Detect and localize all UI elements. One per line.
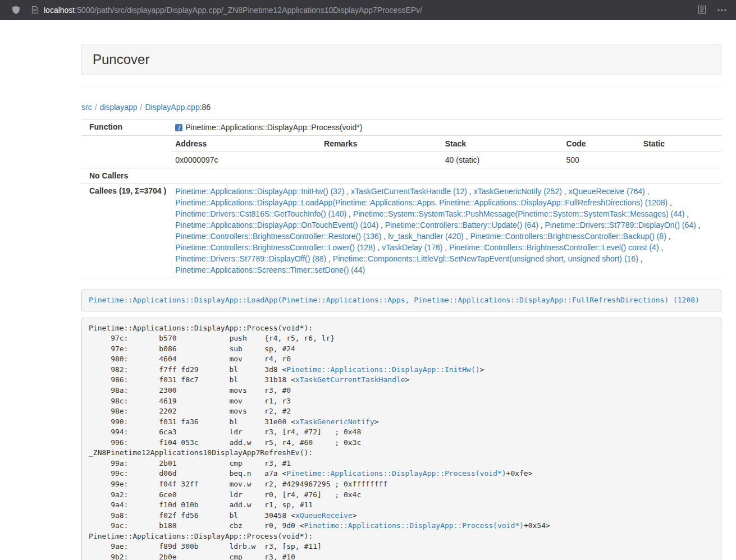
overflow-menu-icon[interactable]: [717, 6, 727, 15]
url-host: localhost: [44, 6, 75, 15]
breadcrumb-separator: /: [95, 103, 97, 112]
breadcrumb-link-file[interactable]: DisplayApp.cpp: [145, 103, 199, 112]
callee-link[interactable]: xTaskGenericNotify (252): [474, 187, 562, 196]
address-value: 0x0000097c: [171, 152, 319, 168]
disassembly-code: Pinetime::Applications::DisplayApp::Proc…: [81, 318, 721, 560]
breadcrumb-link-src[interactable]: src: [81, 103, 92, 112]
remarks-value: [319, 152, 441, 168]
callee-link[interactable]: Pinetime::Applications::DisplayApp::Load…: [175, 198, 668, 207]
code-size-value: 500: [562, 152, 639, 168]
callee-link[interactable]: Pinetime::Drivers::Cst816S::GetTouchInfo…: [175, 209, 346, 218]
breadcrumb-separator: /: [140, 103, 143, 112]
code-symbol-link[interactable]: Pinetime::Applications::DisplayApp::Proc…: [304, 521, 524, 530]
shield-icon[interactable]: [11, 5, 21, 15]
function-detail-table: Function f Pinetime::Applications::Displ…: [81, 119, 721, 278]
callee-link[interactable]: Pinetime::Controllers::BrightnessControl…: [175, 232, 381, 241]
column-header-stack: Stack: [441, 136, 562, 152]
stack-value: 40 (static): [441, 152, 562, 168]
static-value: [639, 152, 721, 168]
function-row: Function f Pinetime::Applications::Displ…: [81, 120, 721, 136]
column-header-code: Code: [562, 136, 639, 152]
empty-label-cell: [81, 136, 171, 168]
app-title: Puncover: [93, 52, 149, 67]
metrics-header-row: Address Remarks Stack Code Static: [171, 136, 721, 152]
callee-link[interactable]: xTaskGetCurrentTaskHandle (12): [351, 187, 467, 196]
callee-link[interactable]: Pinetime::Controllers::BrightnessControl…: [449, 243, 659, 252]
url-text: localhost:5000/path/src/displayapp/Displ…: [44, 6, 422, 15]
no-callers-row: No Callers: [81, 168, 721, 183]
code-symbol-link[interactable]: xTaskGetCurrentTaskHandle: [295, 375, 405, 384]
callee-link[interactable]: Pinetime::Controllers::BrightnessControl…: [470, 232, 666, 241]
callees-row: Callees (19, Σ=3704 ) Pinetime::Applicat…: [81, 183, 721, 278]
function-name-cell: f Pinetime::Applications::DisplayApp::Pr…: [175, 122, 717, 133]
callees-list: Pinetime::Applications::DisplayApp::Init…: [171, 183, 721, 278]
callee-link[interactable]: Pinetime::Components::LittleVgl::SetNewT…: [333, 254, 638, 263]
code-header: Pinetime::Applications::DisplayApp::Load…: [81, 290, 721, 311]
no-callers-label: No Callers: [81, 168, 171, 183]
metrics-table: Address Remarks Stack Code Static 0x0000…: [171, 136, 721, 168]
code-symbol-link[interactable]: xQueueReceive: [295, 511, 353, 520]
callee-link[interactable]: Pinetime::Drivers::St7789::DisplayOff() …: [175, 254, 326, 263]
callee-link[interactable]: vTaskDelay (176): [382, 243, 442, 252]
breadcrumb-link-displayapp[interactable]: displayapp: [100, 103, 138, 112]
reader-view-icon[interactable]: [697, 5, 707, 15]
column-header-address: Address: [171, 136, 319, 152]
callee-link[interactable]: Pinetime::Controllers::Battery::Update()…: [385, 221, 538, 229]
function-symbol-icon: f: [175, 124, 182, 131]
function-row-label: Function: [81, 120, 171, 136]
callee-link[interactable]: lv_task_handler (420): [388, 232, 464, 241]
breadcrumb: src/displayapp/DisplayApp.cpp:86: [81, 103, 721, 112]
callee-link[interactable]: xQueueReceive (764): [569, 187, 645, 196]
code-symbol-link[interactable]: Pinetime::Applications::DisplayApp::Proc…: [286, 469, 506, 478]
app-header-panel: Puncover: [81, 44, 721, 75]
code-symbol-link[interactable]: xTaskGenericNotify: [295, 417, 374, 426]
callee-link[interactable]: Pinetime::System::SystemTask::PushMessag…: [353, 209, 685, 218]
callee-link[interactable]: Pinetime::Applications::Screens::Timer::…: [175, 265, 365, 274]
url-path: :5000/path/src/displayapp/DisplayApp.cpp…: [75, 6, 422, 15]
metrics-value-row: 0x0000097c 40 (static) 500: [171, 152, 721, 168]
callees-label: Callees (19, Σ=3704 ): [81, 183, 171, 278]
callee-link[interactable]: Pinetime::Applications::DisplayApp::OnTo…: [175, 221, 378, 229]
callee-link[interactable]: Pinetime::Drivers::St7789::DisplayOn() (…: [545, 221, 696, 229]
main-content: Puncover src/displayapp/DisplayApp.cpp:8…: [81, 20, 721, 560]
code-header-link[interactable]: Pinetime::Applications::DisplayApp::Load…: [89, 296, 700, 304]
column-header-remarks: Remarks: [319, 136, 441, 152]
toolbar-buttons: [697, 5, 729, 15]
callee-link[interactable]: Pinetime::Controllers::BrightnessControl…: [175, 243, 375, 252]
code-symbol-link[interactable]: Pinetime::Applications::DisplayApp::Init…: [286, 365, 479, 374]
column-header-static: Static: [639, 136, 721, 152]
divider: [81, 86, 721, 86]
address-bar[interactable]: localhost:5000/path/src/displayapp/Displ…: [31, 6, 422, 15]
page-icon: [31, 6, 39, 14]
callee-link[interactable]: Pinetime::Applications::DisplayApp::Init…: [175, 187, 344, 196]
breadcrumb-line-number: :86: [200, 103, 211, 112]
browser-chrome: localhost:5000/path/src/displayapp/Displ…: [0, 0, 736, 20]
metrics-row: Address Remarks Stack Code Static 0x0000…: [81, 136, 721, 168]
function-name: Pinetime::Applications::DisplayApp::Proc…: [185, 122, 362, 133]
